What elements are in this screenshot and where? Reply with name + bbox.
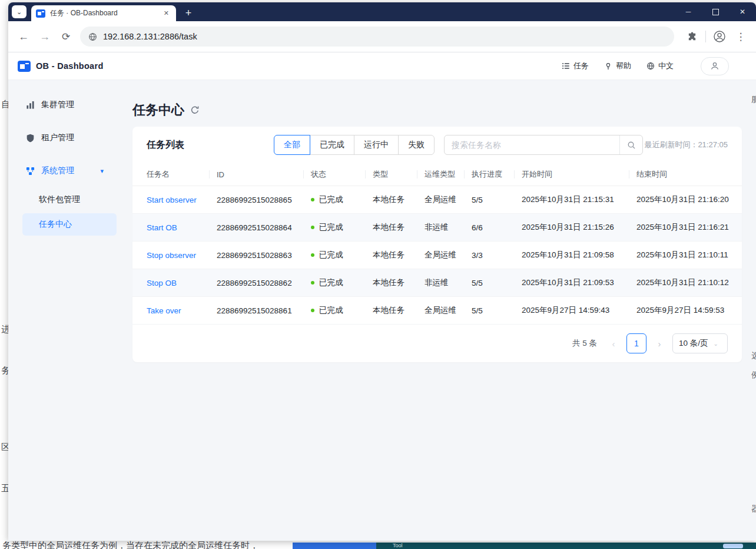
task-name-cell: Take over bbox=[147, 306, 217, 315]
chevron-down-icon: ⌄ bbox=[714, 340, 718, 347]
task-status-cell: 已完成 bbox=[311, 277, 373, 288]
sidebar-item-task-center[interactable]: 任务中心 bbox=[22, 213, 117, 236]
pagination-page-1[interactable]: 1 bbox=[626, 333, 646, 353]
task-ops-type-cell: 非运维 bbox=[425, 277, 472, 288]
sidebar-item-tenant[interactable]: 租户管理 bbox=[8, 121, 128, 154]
task-ops-type-cell: 全局运维 bbox=[425, 305, 472, 316]
status-filter-group: 全部 已完成 运行中 失败 bbox=[274, 135, 435, 155]
search-button[interactable] bbox=[619, 135, 642, 154]
task-id-cell: 22886992515028865 bbox=[217, 196, 311, 204]
site-info-globe-icon bbox=[88, 32, 97, 41]
maximize-icon bbox=[712, 9, 719, 15]
shield-icon bbox=[26, 134, 35, 143]
status-text: 已完成 bbox=[319, 250, 343, 260]
back-button[interactable]: ← bbox=[13, 26, 34, 47]
extensions-button[interactable] bbox=[681, 26, 702, 47]
sidebar-item-label: 集群管理 bbox=[41, 100, 74, 110]
address-bar[interactable]: 192.168.2.131:2886/task bbox=[80, 27, 674, 47]
task-name-cell: Stop observer bbox=[147, 251, 217, 260]
card-header: 任务列表 全部 已完成 运行中 失败 bbox=[132, 127, 742, 163]
page-title-row: 任务中心 bbox=[132, 101, 742, 119]
app-body: 集群管理 租户管理 bbox=[8, 80, 756, 541]
task-name-link[interactable]: Take over bbox=[147, 306, 217, 315]
browser-navbar: ← → ⟳ 192.168.2.131:2886/task bbox=[8, 21, 756, 52]
background-bar-text: Tool bbox=[393, 543, 403, 549]
window-maximize-button[interactable] bbox=[702, 2, 729, 21]
column-header-end-time: 结束时间 bbox=[636, 169, 728, 180]
reload-button[interactable]: ⟳ bbox=[55, 26, 77, 47]
header-nav-help[interactable]: 帮助 bbox=[604, 61, 631, 71]
filter-completed-button[interactable]: 已完成 bbox=[310, 135, 354, 155]
sidebar-item-label: 软件包管理 bbox=[39, 194, 80, 205]
status-dot-icon bbox=[311, 281, 314, 285]
task-type-cell: 本地任务 bbox=[373, 222, 425, 233]
tab-favicon-icon bbox=[36, 9, 45, 18]
column-header-type: 类型 bbox=[373, 169, 425, 180]
background-text-fragment: 服 bbox=[751, 94, 756, 105]
task-name-link[interactable]: Start OB bbox=[147, 223, 217, 232]
browser-menu-button[interactable]: ⋮ bbox=[730, 26, 751, 47]
browser-tab[interactable]: 任务 · OB-Dashboard ✕ bbox=[31, 5, 176, 21]
task-start-time-cell: 2025年10月31日 21:15:31 bbox=[522, 194, 636, 205]
background-window-bar: Tool bbox=[293, 543, 756, 549]
table-header: 任务名 ID 状态 类型 运维类型 执行进度 开始时间 结束时间 bbox=[132, 163, 742, 186]
task-list-icon bbox=[562, 62, 570, 70]
task-status-cell: 已完成 bbox=[311, 194, 373, 205]
chevron-down-icon: ⌄ bbox=[16, 8, 22, 16]
column-header-name: 任务名 bbox=[147, 169, 217, 180]
pagination-prev-button[interactable]: ‹ bbox=[608, 339, 619, 349]
header-nav-tasks[interactable]: 任务 bbox=[562, 61, 589, 71]
new-tab-button[interactable]: + bbox=[181, 5, 196, 21]
filter-all-button[interactable]: 全部 bbox=[274, 135, 310, 155]
column-header-progress: 执行进度 bbox=[472, 169, 522, 180]
browser-window: ⌄ 任务 · OB-Dashboard ✕ + ─ ✕ ← → ⟳ bbox=[8, 2, 756, 541]
task-name-link[interactable]: Start observer bbox=[147, 196, 217, 204]
task-name-link[interactable]: Stop OB bbox=[147, 279, 217, 287]
task-name-cell: Stop OB bbox=[147, 279, 217, 287]
task-list-card: 任务列表 全部 已完成 运行中 失败 bbox=[132, 127, 742, 362]
status-text: 已完成 bbox=[319, 305, 343, 316]
pagination-total: 共 5 条 bbox=[572, 338, 597, 349]
task-status-cell: 已完成 bbox=[311, 250, 373, 260]
background-bar-badge bbox=[723, 544, 743, 548]
sidebar-item-label: 系统管理 bbox=[41, 166, 74, 176]
task-name-link[interactable]: Stop observer bbox=[147, 251, 217, 260]
app-header: OB - Dashboard 任务 bbox=[8, 52, 756, 80]
header-nav-language-label: 中文 bbox=[658, 61, 674, 71]
filter-running-button[interactable]: 运行中 bbox=[354, 135, 399, 155]
background-text-fragment: 选 bbox=[751, 350, 756, 361]
table-row: Start OB22886992515028864已完成本地任务非运维6/620… bbox=[132, 214, 742, 242]
url-text: 192.168.2.131:2886/task bbox=[103, 32, 197, 41]
search-input[interactable] bbox=[445, 135, 619, 154]
task-start-time-cell: 2025年10月31日 21:09:58 bbox=[522, 250, 636, 260]
sidebar-item-label: 租户管理 bbox=[41, 133, 74, 143]
filter-failed-button[interactable]: 失败 bbox=[398, 135, 435, 155]
table-row: Stop OB22886992515028862已完成本地任务非运维5/5202… bbox=[132, 269, 742, 297]
sidebar-item-cluster[interactable]: 集群管理 bbox=[8, 88, 128, 121]
sidebar-item-packages[interactable]: 软件包管理 bbox=[8, 187, 128, 212]
task-start-time-cell: 2025年9月27日 14:59:43 bbox=[522, 305, 636, 316]
page-refresh-button[interactable] bbox=[190, 105, 200, 115]
window-close-button[interactable]: ✕ bbox=[729, 2, 756, 21]
task-end-time-cell: 2025年10月31日 21:10:12 bbox=[636, 277, 729, 288]
background-text-fragment: 器 bbox=[751, 504, 756, 514]
task-id-cell: 22886992515028864 bbox=[217, 223, 311, 232]
browser-profile-button[interactable] bbox=[709, 26, 730, 47]
tab-search-button[interactable]: ⌄ bbox=[12, 5, 26, 18]
task-end-time-cell: 2025年10月31日 21:10:11 bbox=[636, 250, 728, 260]
pagination-next-button[interactable]: › bbox=[654, 339, 665, 349]
header-nav-language[interactable]: 中文 bbox=[646, 61, 674, 71]
window-controls: ─ ✕ bbox=[675, 2, 756, 21]
task-status-cell: 已完成 bbox=[311, 305, 373, 316]
page-size-select[interactable]: 10 条/页 ⌄ bbox=[672, 333, 728, 353]
table-row: Stop observer22886992515028863已完成本地任务全局运… bbox=[132, 242, 742, 269]
user-avatar[interactable] bbox=[701, 57, 729, 75]
background-bar-highlight bbox=[293, 543, 376, 549]
task-progress-cell: 3/3 bbox=[472, 251, 522, 260]
tab-close-button[interactable]: ✕ bbox=[161, 8, 171, 18]
sidebar-item-system[interactable]: 系统管理 ▾ bbox=[8, 154, 128, 187]
column-header-id: ID bbox=[217, 170, 311, 179]
task-ops-type-cell: 非运维 bbox=[425, 222, 472, 233]
forward-button[interactable]: → bbox=[34, 26, 55, 47]
window-minimize-button[interactable]: ─ bbox=[675, 2, 702, 21]
